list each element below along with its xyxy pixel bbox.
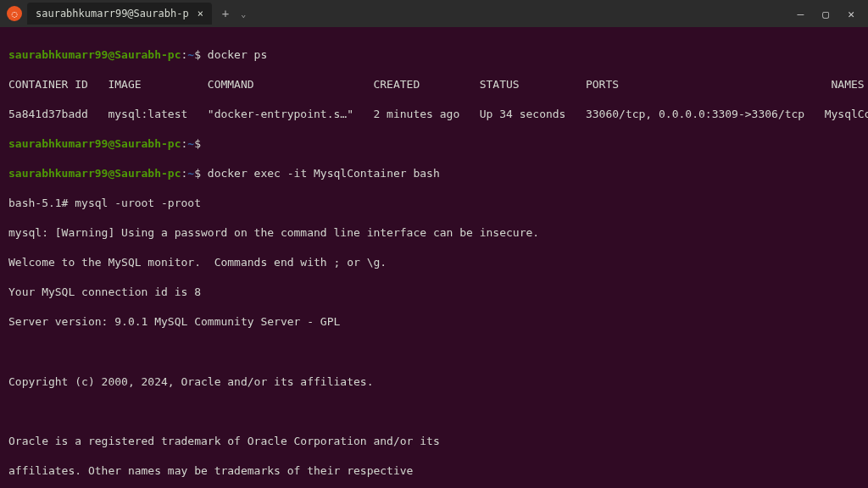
prompt-path: ~ [187, 137, 194, 150]
mysql-trademark: affiliates. Other names may be trademark… [8, 463, 860, 479]
prompt-path: ~ [187, 167, 194, 180]
mysql-server-version: Server version: 9.0.1 MySQL Community Se… [8, 314, 860, 330]
close-tab-icon[interactable]: × [198, 8, 203, 19]
minimize-button[interactable]: — [791, 8, 811, 20]
titlebar: ◌ saurabhkumarr99@Saurabh-p × + ⌄ — ▢ ✕ [0, 0, 868, 27]
bash-prompt-line: bash-5.1# mysql -uroot -proot [8, 196, 860, 211]
prompt-user: saurabhkumarr99@Saurabh-pc [8, 48, 181, 61]
mysql-trademark: Oracle is a registered trademark of Orac… [8, 434, 860, 449]
prompt-dollar: $ [194, 167, 201, 180]
prompt-user: saurabhkumarr99@Saurabh-pc [8, 137, 181, 150]
tab-label: saurabhkumarr99@Saurabh-p [36, 8, 189, 19]
prompt-dollar: $ [194, 48, 201, 61]
maximize-button[interactable]: ▢ [815, 8, 836, 20]
terminal-tab[interactable]: saurabhkumarr99@Saurabh-p × [27, 3, 212, 25]
mysql-warning: mysql: [Warning] Using a password on the… [8, 225, 860, 241]
prompt-dollar: $ [194, 137, 201, 150]
terminal-body[interactable]: saurabhkumarr99@Saurabh-pc:~$ docker ps … [0, 27, 868, 488]
prompt-path: ~ [187, 48, 194, 61]
docker-ps-header: CONTAINER ID IMAGE COMMAND CREATED STATU… [8, 77, 860, 92]
command-docker-exec: docker exec -it MysqlContainer bash [208, 167, 440, 180]
mysql-connection-id: Your MySQL connection id is 8 [8, 285, 860, 300]
mysql-welcome: Welcome to the MySQL monitor. Commands e… [8, 255, 860, 270]
docker-ps-row: 5a841d37badd mysql:latest "docker-entryp… [8, 107, 860, 122]
prompt-user: saurabhkumarr99@Saurabh-pc [8, 167, 181, 180]
close-window-button[interactable]: ✕ [841, 8, 861, 20]
tab-dropdown-icon[interactable]: ⌄ [239, 9, 248, 19]
ubuntu-logo-icon: ◌ [7, 6, 22, 21]
command-docker-ps: docker ps [208, 48, 267, 61]
new-tab-button[interactable]: + [217, 7, 234, 20]
mysql-copyright: Copyright (c) 2000, 2024, Oracle and/or … [8, 374, 860, 390]
